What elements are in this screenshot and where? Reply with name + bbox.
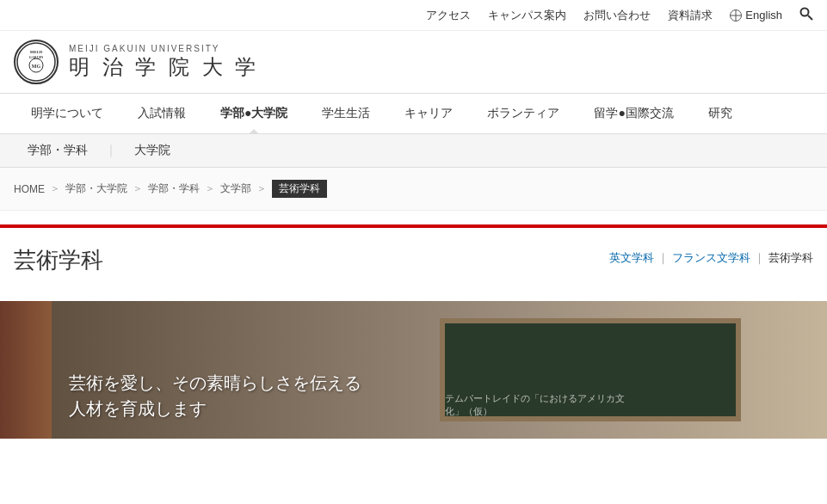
art-dept-link: 芸術学科 (768, 250, 813, 266)
nav-volunteer[interactable]: ボランティア (470, 94, 577, 133)
sub-navigation: 学部・学科 ｜ 大学院 (0, 134, 827, 168)
hero-line1: 芸術を愛し、その素晴らしさを伝える (69, 370, 361, 396)
top-bar: アクセス キャンパス案内 お問い合わせ 資料請求 English (0, 0, 827, 31)
nav-research[interactable]: 研究 (691, 94, 750, 133)
nav-about[interactable]: 明学について (14, 94, 120, 133)
breadcrumb-dept[interactable]: 学部・学科 (148, 181, 200, 196)
breadcrumb-sep-2: ＞ (133, 181, 143, 196)
svg-text:MG: MG (32, 64, 41, 69)
breadcrumb: HOME ＞ 学部・大学院 ＞ 学部・学科 ＞ 文学部 ＞ 芸術学科 (14, 180, 813, 198)
english-dept-link[interactable]: 英文学科 (609, 250, 654, 266)
subnav-dept[interactable]: 学部・学科 (14, 134, 102, 167)
university-name-ja: 明 治 学 院 大 学 (69, 53, 259, 81)
dept-link-sep-2: ｜ (754, 250, 765, 266)
page-title: 芸術学科 (14, 245, 103, 275)
header: MEIJI GAKUIN MG MEIJI GAKUIN UNIVERSITY … (0, 31, 827, 93)
breadcrumb-sep-4: ＞ (256, 181, 267, 196)
campus-link[interactable]: キャンパス案内 (488, 8, 566, 23)
svg-point-0 (801, 9, 809, 16)
university-name-block: MEIJI GAKUIN UNIVERSITY 明 治 学 院 大 学 (69, 44, 259, 81)
svg-point-2 (17, 43, 55, 81)
hero-line2: 人材を育成します (69, 396, 361, 421)
nav-career[interactable]: キャリア (387, 94, 470, 133)
dept-link-sep-1: ｜ (657, 250, 669, 266)
page-title-area: 芸術学科 英文学科 ｜ フランス文学科 ｜ 芸術学科 (0, 228, 827, 284)
hero-curtain (0, 301, 52, 439)
hero-blackboard: テムパートレイドの「におけるアメリカ文化」（仮） (440, 318, 741, 421)
university-subtitle: MEIJI GAKUIN UNIVERSITY (69, 44, 259, 53)
globe-icon (730, 9, 742, 22)
access-link[interactable]: アクセス (426, 8, 471, 23)
language-selector[interactable]: English (730, 9, 782, 22)
nav-faculty[interactable]: 学部●大学院 (203, 94, 305, 133)
subnav-divider: ｜ (102, 134, 120, 167)
french-dept-link[interactable]: フランス文学科 (672, 250, 750, 266)
breadcrumb-area: HOME ＞ 学部・大学院 ＞ 学部・学科 ＞ 文学部 ＞ 芸術学科 (0, 168, 827, 211)
subnav-graduate[interactable]: 大学院 (120, 134, 184, 167)
breadcrumb-faculty[interactable]: 学部・大学院 (65, 181, 127, 196)
main-navigation: 明学について 入試情報 学部●大学院 学生生活 キャリア ボランティア 留学●国… (0, 93, 827, 134)
breadcrumb-sep-1: ＞ (50, 181, 60, 196)
university-logo[interactable]: MEIJI GAKUIN MG (14, 40, 59, 84)
nav-student[interactable]: 学生生活 (305, 94, 387, 133)
breadcrumb-home[interactable]: HOME (14, 183, 45, 195)
breadcrumb-sep-3: ＞ (205, 181, 215, 196)
hero-chalk-text: テムパートレイドの「におけるアメリカ文化」（仮） (445, 392, 641, 418)
search-button[interactable] (799, 7, 813, 23)
svg-text:MEIJI: MEIJI (30, 50, 43, 54)
hero-text: 芸術を愛し、その素晴らしさを伝える 人材を育成します (69, 370, 361, 421)
svg-line-1 (808, 15, 812, 20)
department-links: 英文学科 ｜ フランス文学科 ｜ 芸術学科 (609, 250, 813, 266)
hero-image: テムパートレイドの「におけるアメリカ文化」（仮） 芸術を愛し、その素晴らしさを伝… (0, 301, 827, 439)
nav-international[interactable]: 留学●国際交流 (577, 94, 690, 133)
nav-admission[interactable]: 入試情報 (120, 94, 203, 133)
breadcrumb-literature[interactable]: 文学部 (220, 181, 251, 196)
language-label: English (745, 9, 782, 22)
breadcrumb-current: 芸術学科 (272, 180, 327, 198)
contact-link[interactable]: お問い合わせ (583, 8, 651, 23)
request-link[interactable]: 資料請求 (668, 8, 713, 23)
